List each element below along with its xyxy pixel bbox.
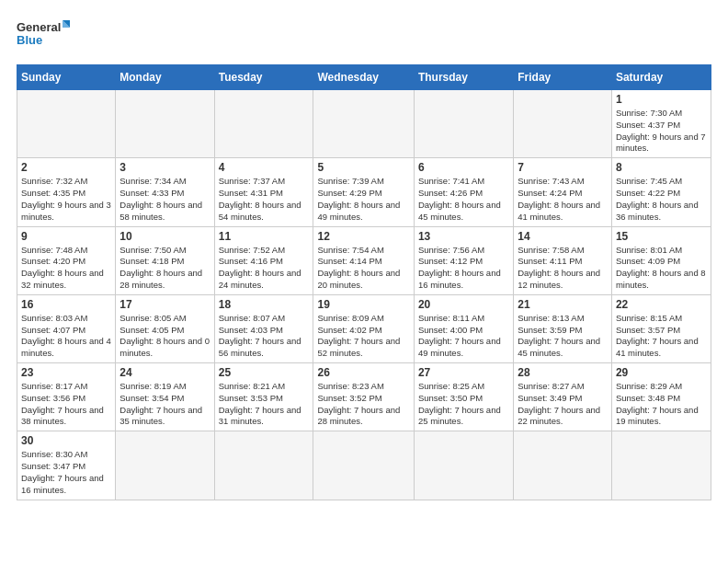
- calendar-cell: 8Sunrise: 7:45 AM Sunset: 4:22 PM Daylig…: [611, 158, 711, 226]
- day-number: 30: [21, 434, 111, 447]
- day-number: 13: [418, 230, 509, 243]
- calendar-cell: 1Sunrise: 7:30 AM Sunset: 4:37 PM Daylig…: [611, 90, 711, 158]
- calendar-cell: 16Sunrise: 8:03 AM Sunset: 4:07 PM Dayli…: [17, 294, 116, 362]
- calendar-cell: [116, 431, 214, 500]
- calendar-cell: 6Sunrise: 7:41 AM Sunset: 4:26 PM Daylig…: [414, 158, 513, 226]
- day-number: 6: [418, 161, 509, 174]
- weekday-header-saturday: Saturday: [611, 65, 711, 90]
- day-number: 14: [518, 230, 608, 243]
- day-number: 2: [21, 161, 111, 174]
- day-number: 23: [21, 366, 111, 379]
- calendar-cell: 19Sunrise: 8:09 AM Sunset: 4:02 PM Dayli…: [313, 294, 414, 362]
- day-number: 12: [317, 230, 409, 243]
- day-number: 29: [616, 366, 707, 379]
- weekday-header-friday: Friday: [514, 65, 612, 90]
- day-info: Sunrise: 8:19 AM Sunset: 3:54 PM Dayligh…: [119, 381, 210, 428]
- day-number: 3: [119, 161, 210, 174]
- calendar-cell: 18Sunrise: 8:07 AM Sunset: 4:03 PM Dayli…: [214, 294, 313, 362]
- calendar-cell: 10Sunrise: 7:50 AM Sunset: 4:18 PM Dayli…: [116, 226, 214, 294]
- day-info: Sunrise: 7:52 AM Sunset: 4:16 PM Dayligh…: [219, 245, 310, 292]
- calendar-cell: 28Sunrise: 8:27 AM Sunset: 3:49 PM Dayli…: [514, 363, 612, 431]
- day-info: Sunrise: 8:01 AM Sunset: 4:09 PM Dayligh…: [616, 245, 707, 292]
- calendar-cell: 7Sunrise: 7:43 AM Sunset: 4:24 PM Daylig…: [514, 158, 612, 226]
- day-info: Sunrise: 8:23 AM Sunset: 3:52 PM Dayligh…: [317, 381, 409, 428]
- calendar-cell: 13Sunrise: 7:56 AM Sunset: 4:12 PM Dayli…: [414, 226, 513, 294]
- calendar-cell: [611, 431, 711, 500]
- day-info: Sunrise: 7:58 AM Sunset: 4:11 PM Dayligh…: [518, 245, 608, 292]
- day-number: 22: [616, 298, 707, 311]
- week-row-2: 2Sunrise: 7:32 AM Sunset: 4:35 PM Daylig…: [17, 158, 711, 226]
- day-info: Sunrise: 8:09 AM Sunset: 4:02 PM Dayligh…: [317, 313, 409, 360]
- day-number: 26: [317, 366, 409, 379]
- svg-text:Blue: Blue: [17, 33, 42, 47]
- day-info: Sunrise: 8:17 AM Sunset: 3:56 PM Dayligh…: [21, 381, 111, 428]
- day-info: Sunrise: 7:50 AM Sunset: 4:18 PM Dayligh…: [119, 245, 210, 292]
- calendar-cell: 27Sunrise: 8:25 AM Sunset: 3:50 PM Dayli…: [414, 363, 513, 431]
- weekday-header-sunday: Sunday: [17, 65, 116, 90]
- week-row-4: 16Sunrise: 8:03 AM Sunset: 4:07 PM Dayli…: [17, 294, 711, 362]
- day-info: Sunrise: 7:32 AM Sunset: 4:35 PM Dayligh…: [21, 176, 111, 223]
- day-number: 17: [119, 298, 210, 311]
- calendar-cell: [514, 431, 612, 500]
- day-info: Sunrise: 8:11 AM Sunset: 4:00 PM Dayligh…: [418, 313, 509, 360]
- weekday-header-monday: Monday: [116, 65, 214, 90]
- header: General Blue: [17, 17, 711, 57]
- day-number: 15: [616, 230, 707, 243]
- weekday-header-tuesday: Tuesday: [214, 65, 313, 90]
- day-number: 24: [119, 366, 210, 379]
- week-row-5: 23Sunrise: 8:17 AM Sunset: 3:56 PM Dayli…: [17, 363, 711, 431]
- day-number: 19: [317, 298, 409, 311]
- day-info: Sunrise: 7:48 AM Sunset: 4:20 PM Dayligh…: [21, 245, 111, 292]
- day-info: Sunrise: 8:25 AM Sunset: 3:50 PM Dayligh…: [418, 381, 509, 428]
- day-info: Sunrise: 8:27 AM Sunset: 3:49 PM Dayligh…: [518, 381, 608, 428]
- calendar-cell: [17, 90, 116, 158]
- day-info: Sunrise: 7:30 AM Sunset: 4:37 PM Dayligh…: [616, 108, 707, 155]
- day-number: 16: [21, 298, 111, 311]
- day-number: 7: [518, 161, 608, 174]
- day-info: Sunrise: 7:37 AM Sunset: 4:31 PM Dayligh…: [219, 176, 310, 223]
- calendar-cell: 24Sunrise: 8:19 AM Sunset: 3:54 PM Dayli…: [116, 363, 214, 431]
- day-number: 18: [219, 298, 310, 311]
- day-info: Sunrise: 8:29 AM Sunset: 3:48 PM Dayligh…: [616, 381, 707, 428]
- calendar-cell: 17Sunrise: 8:05 AM Sunset: 4:05 PM Dayli…: [116, 294, 214, 362]
- week-row-3: 9Sunrise: 7:48 AM Sunset: 4:20 PM Daylig…: [17, 226, 711, 294]
- day-number: 10: [119, 230, 210, 243]
- day-info: Sunrise: 7:43 AM Sunset: 4:24 PM Dayligh…: [518, 176, 608, 223]
- calendar-cell: 25Sunrise: 8:21 AM Sunset: 3:53 PM Dayli…: [214, 363, 313, 431]
- page: General Blue SundayMondayTuesdayWednesda…: [0, 0, 728, 563]
- day-info: Sunrise: 8:13 AM Sunset: 3:59 PM Dayligh…: [518, 313, 608, 360]
- day-info: Sunrise: 8:03 AM Sunset: 4:07 PM Dayligh…: [21, 313, 111, 360]
- calendar-cell: 20Sunrise: 8:11 AM Sunset: 4:00 PM Dayli…: [414, 294, 513, 362]
- calendar-cell: [414, 90, 513, 158]
- calendar-cell: [514, 90, 612, 158]
- day-info: Sunrise: 8:21 AM Sunset: 3:53 PM Dayligh…: [219, 381, 310, 428]
- calendar-cell: 23Sunrise: 8:17 AM Sunset: 3:56 PM Dayli…: [17, 363, 116, 431]
- calendar-cell: 5Sunrise: 7:39 AM Sunset: 4:29 PM Daylig…: [313, 158, 414, 226]
- calendar: SundayMondayTuesdayWednesdayThursdayFrid…: [17, 64, 711, 500]
- day-number: 4: [219, 161, 310, 174]
- day-number: 8: [616, 161, 707, 174]
- calendar-cell: 22Sunrise: 8:15 AM Sunset: 3:57 PM Dayli…: [611, 294, 711, 362]
- day-number: 5: [317, 161, 409, 174]
- day-info: Sunrise: 7:54 AM Sunset: 4:14 PM Dayligh…: [317, 245, 409, 292]
- logo-svg: General Blue: [17, 17, 72, 57]
- day-number: 28: [518, 366, 608, 379]
- week-row-6: 30Sunrise: 8:30 AM Sunset: 3:47 PM Dayli…: [17, 431, 711, 500]
- weekday-header-thursday: Thursday: [414, 65, 513, 90]
- calendar-cell: [116, 90, 214, 158]
- day-number: 25: [219, 366, 310, 379]
- calendar-cell: [214, 90, 313, 158]
- day-info: Sunrise: 8:30 AM Sunset: 3:47 PM Dayligh…: [21, 449, 111, 496]
- calendar-cell: 12Sunrise: 7:54 AM Sunset: 4:14 PM Dayli…: [313, 226, 414, 294]
- day-info: Sunrise: 7:56 AM Sunset: 4:12 PM Dayligh…: [418, 245, 509, 292]
- calendar-cell: 3Sunrise: 7:34 AM Sunset: 4:33 PM Daylig…: [116, 158, 214, 226]
- day-info: Sunrise: 7:39 AM Sunset: 4:29 PM Dayligh…: [317, 176, 409, 223]
- day-info: Sunrise: 7:34 AM Sunset: 4:33 PM Dayligh…: [119, 176, 210, 223]
- day-info: Sunrise: 7:41 AM Sunset: 4:26 PM Dayligh…: [418, 176, 509, 223]
- weekday-header-row: SundayMondayTuesdayWednesdayThursdayFrid…: [17, 65, 711, 90]
- day-info: Sunrise: 8:07 AM Sunset: 4:03 PM Dayligh…: [219, 313, 310, 360]
- calendar-cell: 14Sunrise: 7:58 AM Sunset: 4:11 PM Dayli…: [514, 226, 612, 294]
- svg-text:General: General: [17, 20, 61, 34]
- day-info: Sunrise: 8:05 AM Sunset: 4:05 PM Dayligh…: [119, 313, 210, 360]
- day-info: Sunrise: 8:15 AM Sunset: 3:57 PM Dayligh…: [616, 313, 707, 360]
